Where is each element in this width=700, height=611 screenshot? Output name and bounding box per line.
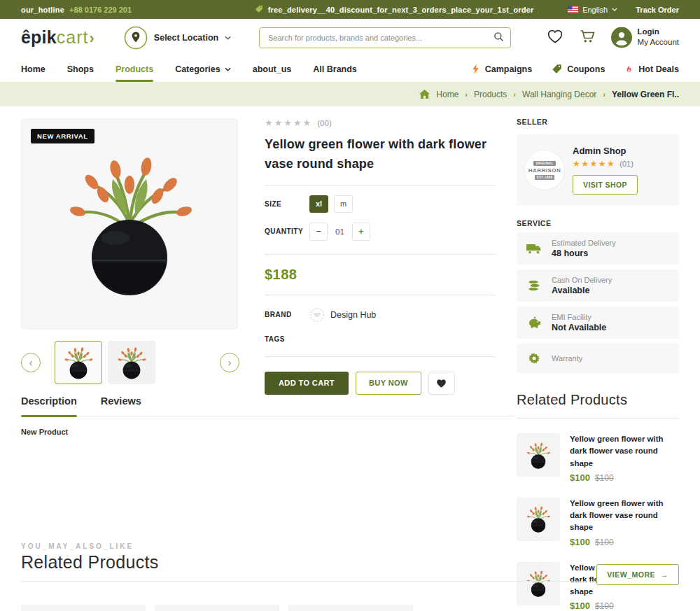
account-menu[interactable]: Login My Account: [611, 27, 679, 48]
breadcrumb-separator: ›: [603, 90, 606, 99]
rating-stars: ★★★★★: [265, 118, 312, 128]
search-bar: [259, 27, 511, 48]
thumbnail-1[interactable]: [55, 341, 102, 384]
lightning-icon: [471, 64, 480, 74]
product-rating: ★★★★★ (00): [265, 118, 496, 128]
visit-shop-button[interactable]: VISIT SHOP: [573, 175, 638, 195]
size-option-m[interactable]: m: [334, 195, 353, 213]
brand-name[interactable]: Design Hub: [330, 310, 376, 320]
related-product-item[interactable]: Yellow green flower with dark flower vas…: [517, 433, 679, 483]
size-option-xl[interactable]: xl: [309, 195, 328, 213]
login-label: Login: [638, 27, 679, 38]
header-actions: Login My Account: [547, 27, 679, 48]
gallery-prev-button[interactable]: ‹: [21, 353, 41, 372]
tab-reviews[interactable]: Reviews: [101, 395, 141, 416]
hotline-number[interactable]: +88 0176 229 201: [69, 6, 132, 14]
promo-banner: free_delivery__40_discount_for_next_3_or…: [220, 5, 568, 15]
view-more-label: VIEW_MORE: [607, 570, 655, 579]
seller-badge-line1: ORIGINAL: [533, 161, 555, 166]
nav-item-about-us[interactable]: about_us: [253, 64, 292, 74]
seller-info: Admin Shop ★★★★★ (01) VISIT SHOP: [573, 146, 638, 195]
logo-text-dark: êpik: [21, 27, 57, 48]
divider: [265, 295, 496, 295]
arrow-right-icon: →: [661, 570, 668, 579]
breadcrumb-home[interactable]: Home: [436, 90, 458, 99]
logo[interactable]: êpikcart›: [21, 27, 94, 48]
wishlist-button[interactable]: [428, 372, 455, 395]
seller-card: ORIGINAL HARRISON EST.1888 Admin Shop ★★…: [517, 134, 679, 206]
service-text: EMI Facility Not Available: [552, 313, 606, 332]
product-card-placeholders: [21, 605, 679, 611]
nav-features: Campaigns Coupons Hot Deals: [471, 64, 679, 74]
seller-name: Admin Shop: [573, 146, 638, 156]
thumbnail-vase-image: [62, 345, 94, 380]
add-to-cart-button[interactable]: ADD TO CART: [265, 372, 349, 395]
breadcrumb-separator: ›: [465, 90, 468, 99]
product-page: our_hotline +88 0176 229 201 free_delive…: [0, 0, 700, 611]
tab-description[interactable]: Description: [21, 395, 77, 416]
nav-item-hot-deals[interactable]: Hot Deals: [624, 64, 679, 74]
seller-badge-line2: HARRISON: [528, 167, 561, 174]
quantity-decrease-button[interactable]: −: [309, 223, 328, 241]
breadcrumb-category[interactable]: Wall Hanging Decor: [522, 90, 596, 99]
description-content: New Product: [21, 428, 514, 436]
service-card-emi: EMI Facility Not Available: [517, 307, 679, 339]
topbar-right: English Track Order: [568, 6, 679, 14]
promo-text: free_delivery__40_discount_for_next_3_or…: [268, 6, 534, 14]
cta-row: ADD TO CART BUY NOW: [265, 372, 496, 395]
divider: [21, 581, 602, 582]
brand-label: BRAND: [265, 311, 309, 318]
flame-icon: [624, 64, 634, 74]
section-eyebrow: YOU_MAY_ALSO_LIKE: [21, 539, 679, 550]
seller-stars: ★★★★★: [573, 159, 615, 169]
quantity-increase-button[interactable]: +: [352, 223, 370, 241]
product-price: $188: [265, 267, 496, 283]
cart-icon[interactable]: [579, 29, 596, 47]
tab-bar: Description Reviews: [21, 395, 514, 416]
product-card-placeholder: [155, 605, 279, 611]
view-more-button[interactable]: VIEW_MORE →: [596, 564, 679, 585]
language-selector[interactable]: English: [568, 6, 617, 14]
size-row: SIZE xl m: [265, 195, 496, 213]
search-input[interactable]: [259, 27, 511, 48]
related-product-thumbnail: [517, 498, 560, 541]
service-title: Warranty: [552, 354, 582, 363]
wishlist-heart-icon[interactable]: [547, 29, 564, 47]
related-products-heading: Related Products: [517, 392, 679, 408]
search-icon[interactable]: [492, 31, 505, 44]
chevron-down-icon: [225, 36, 231, 40]
seller-logo: ORIGINAL HARRISON EST.1888: [525, 150, 564, 190]
nav-item-coupons[interactable]: Coupons: [552, 64, 605, 74]
product-photo-vase: [59, 148, 200, 300]
nav-item-campaigns[interactable]: Campaigns: [471, 64, 532, 74]
related-product-title: Yellow green flower with dark flower vas…: [570, 498, 679, 534]
service-text: Warranty: [552, 354, 582, 363]
breadcrumb-products[interactable]: Products: [474, 90, 507, 99]
quantity-label: QUANTITY: [265, 227, 309, 235]
service-card-delivery: Estimated Delivery 48 hours: [517, 232, 679, 265]
divider: [517, 418, 679, 419]
track-order-link[interactable]: Track Order: [636, 6, 679, 14]
location-selector[interactable]: Select Location: [124, 26, 231, 50]
quantity-row: QUANTITY − 01 +: [265, 223, 496, 241]
breadcrumb-current: Yellow Green Fl..: [612, 90, 679, 99]
nav-item-all-brands[interactable]: All Brands: [313, 64, 357, 74]
nav-item-shops[interactable]: Shops: [67, 64, 94, 74]
divider: [265, 356, 496, 357]
home-icon: [419, 90, 430, 99]
product-card-placeholder: [21, 605, 146, 611]
thumbnail-2[interactable]: [108, 341, 155, 384]
nav-item-categories[interactable]: Categories: [175, 64, 231, 74]
buy-now-button[interactable]: BUY NOW: [356, 372, 421, 395]
seller-badge-line3: EST.1888: [535, 175, 555, 180]
product-info: ★★★★★ (00) Yellow green flower with dark…: [265, 118, 496, 395]
thumbnail-row: ‹ ›: [21, 341, 238, 384]
tags-row: TAGS: [265, 333, 496, 346]
product-gallery: NEW ARRIVAL ‹ ›: [21, 119, 238, 384]
service-value: Available: [552, 286, 612, 295]
nav-item-products[interactable]: Products: [115, 64, 153, 74]
thumbnail-vase-image: [115, 345, 148, 380]
gallery-next-button[interactable]: ›: [220, 353, 239, 372]
nav-item-home[interactable]: Home: [21, 64, 46, 74]
service-card-cod: Cash On Delivery Available: [517, 269, 679, 302]
